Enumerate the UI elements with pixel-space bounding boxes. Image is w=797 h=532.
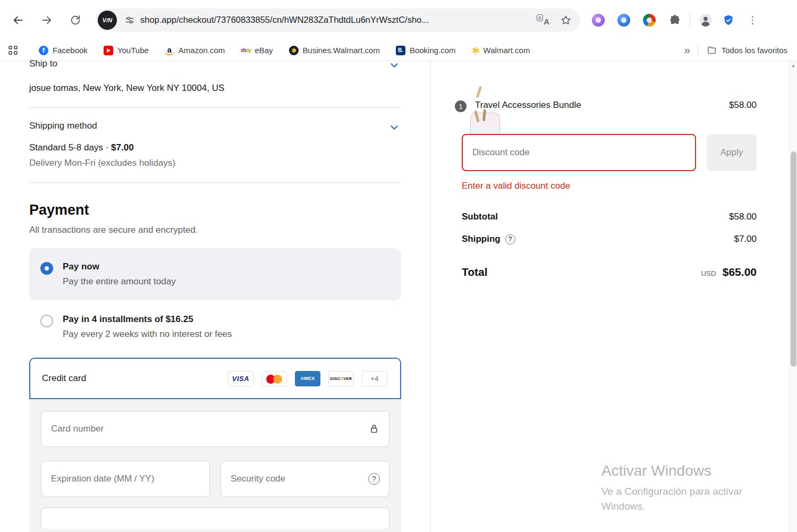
pay-installments-radio[interactable]: [40, 315, 53, 327]
walmart-spark-icon: [472, 47, 479, 54]
address-bar[interactable]: V/N shop.app/checkout/73760833855/cn/hWN…: [96, 9, 580, 32]
payment-title: Payment: [29, 202, 401, 218]
pay-now-description: Pay the entire amount today: [63, 276, 176, 287]
pay-now-option[interactable]: Pay now Pay the entire amount today: [29, 248, 401, 300]
chevron-down-icon: [388, 122, 400, 133]
facebook-icon: f: [39, 46, 48, 55]
subtotal-value: $58.00: [729, 212, 757, 222]
browser-window: V/N shop.app/checkout/73760833855/cn/hWN…: [0, 0, 797, 532]
url-text[interactable]: shop.app/checkout/73760833855/cn/hWN283Z…: [140, 15, 529, 25]
walmart-business-icon: [289, 46, 299, 55]
bookmarks-bar: f Facebook YouTube a Amazon.com ebay eBa…: [0, 40, 797, 61]
bookmarks-separator: [698, 44, 698, 57]
apply-discount-button[interactable]: Apply: [707, 134, 757, 171]
youtube-icon: [104, 46, 113, 55]
reload-icon: [70, 14, 81, 26]
shipping-total-label: Shipping: [462, 234, 501, 244]
expiration-date-input[interactable]: [41, 461, 210, 497]
expiration-field-wrap: [41, 461, 210, 497]
subtotal-row: Subtotal $58.00: [462, 212, 757, 222]
safety-shield-icon[interactable]: [722, 14, 735, 27]
bookmark-business-walmart[interactable]: Busines.Walmart.com: [289, 46, 380, 55]
chevron-down-icon: [388, 60, 400, 71]
booking-icon: B.: [396, 46, 405, 55]
bookmark-amazon[interactable]: a Amazon.com: [165, 46, 225, 55]
reload-button[interactable]: [64, 9, 87, 32]
bookmark-facebook[interactable]: f Facebook: [39, 46, 88, 55]
ship-to-label: Ship to: [29, 58, 57, 69]
scrollbar-thumb[interactable]: [791, 151, 796, 367]
extension-icon-globe[interactable]: [643, 14, 656, 27]
extensions-strip: [592, 14, 681, 27]
extension-icon-purple[interactable]: [592, 14, 605, 27]
forward-button[interactable]: [35, 9, 58, 32]
checkout-page: Ship to josue tomas, New York, New York …: [0, 61, 797, 532]
shipping-row: Shipping ? $7.00: [462, 234, 757, 244]
total-label: Total: [462, 266, 488, 278]
currency-code: USD: [701, 269, 716, 277]
site-avatar-chip[interactable]: V/N: [98, 11, 117, 30]
extensions-puzzle-icon[interactable]: [668, 14, 681, 27]
scrollbar-up-arrow[interactable]: ▲: [790, 61, 797, 70]
mastercard-badge: [261, 371, 287, 386]
discover-badge: DISCOVER: [328, 371, 354, 386]
bookmarks-folder-all-favorites[interactable]: Todos los favoritos: [707, 45, 787, 55]
bookmark-youtube[interactable]: YouTube: [104, 46, 149, 55]
site-settings-icon[interactable]: [124, 15, 135, 26]
card-number-field-wrap: [41, 411, 389, 447]
divider: [29, 182, 401, 183]
ship-to-address: josue tomas, New York, New York NY 10004…: [29, 83, 401, 94]
profile-avatar-icon[interactable]: [699, 13, 713, 27]
bookmark-ebay[interactable]: ebay eBay: [241, 46, 273, 55]
bookmark-star-icon[interactable]: [560, 14, 572, 26]
security-code-field-wrap: ?: [221, 461, 389, 497]
page-scrollbar[interactable]: ▲: [789, 61, 797, 532]
pay-installments-label: Pay in 4 installments of $16.25: [63, 314, 232, 325]
browser-toolbar: V/N shop.app/checkout/73760833855/cn/hWN…: [0, 0, 797, 40]
ship-to-collapse-button[interactable]: [387, 58, 401, 72]
discount-code-input[interactable]: [462, 134, 696, 171]
product-name: Travel Accessories Bundle: [475, 100, 716, 111]
ship-to-section-header: Ship to: [29, 58, 401, 72]
shipping-method-price: $7.00: [111, 142, 134, 153]
divider: [29, 107, 401, 108]
cart-line-item: 1 Travel Accessories Bundle $58.00: [462, 100, 757, 111]
bookmark-booking[interactable]: B. Booking.com: [396, 46, 456, 55]
toolbar-separator: [690, 13, 690, 27]
bookmarks-overflow-chevron[interactable]: »: [684, 44, 690, 56]
order-summary: 1 Travel Accessories Bundle $58.00 Apply…: [430, 61, 797, 532]
extension-icon-blue[interactable]: [617, 14, 630, 27]
discount-error-message: Enter a valid discount code: [462, 181, 757, 191]
total-value: $65.00: [723, 266, 757, 278]
card-number-input[interactable]: [41, 411, 389, 447]
security-code-help-icon[interactable]: ?: [368, 473, 380, 485]
amazon-icon: a: [165, 46, 174, 55]
translate-icon[interactable]: a A: [537, 14, 549, 26]
payment-subtitle: All transactions are secure and encrypte…: [29, 225, 401, 235]
more-brands-badge: +4: [362, 371, 387, 386]
discount-section: Apply: [462, 134, 757, 171]
security-code-input[interactable]: [221, 461, 389, 497]
subtotal-label: Subtotal: [462, 212, 498, 222]
apps-grid-icon[interactable]: [9, 46, 18, 55]
pay-installments-option[interactable]: Pay in 4 installments of $16.25 Pay ever…: [29, 314, 401, 340]
checkout-form: Ship to josue tomas, New York, New York …: [0, 61, 430, 532]
ebay-icon: ebay: [241, 46, 250, 55]
credit-card-form: ?: [29, 399, 401, 532]
back-button[interactable]: [6, 9, 30, 32]
quantity-badge: 1: [454, 99, 468, 113]
shipping-help-icon[interactable]: ?: [505, 234, 515, 244]
shipping-method-value: Standard 5-8 days · $7.00: [29, 142, 401, 153]
pay-now-label: Pay now: [63, 261, 176, 272]
next-field-partial: [41, 508, 389, 529]
amex-badge: AMEX: [295, 371, 320, 386]
windows-activation-watermark: Activar Windows Ve a Configuración para …: [601, 462, 742, 513]
shipping-method-section-header: Shipping method: [29, 121, 401, 134]
credit-card-method-header[interactable]: Credit card VISA AMEX DISCOVER +4: [29, 358, 401, 399]
product-price: $58.00: [729, 100, 757, 111]
bookmark-walmart[interactable]: Walmart.com: [472, 46, 530, 55]
shipping-method-collapse-button[interactable]: [387, 121, 401, 134]
browser-menu-icon[interactable]: ⋮: [744, 13, 761, 27]
visa-badge: VISA: [228, 371, 253, 386]
pay-now-radio[interactable]: [40, 262, 53, 275]
